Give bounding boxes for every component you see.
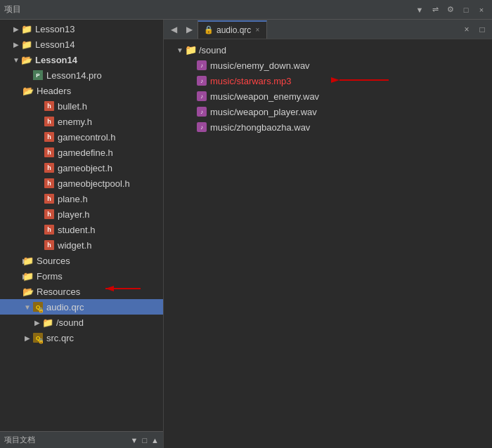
tree-item-widget-h[interactable]: h widget.h [0,237,163,253]
item-label: plane.h [58,194,88,204]
qrc-item-zhongbaozha[interactable]: ♪ music/zhongbaozha.wav [164,119,492,135]
item-label: Lesson14 [35,39,75,50]
tree-item-headers[interactable]: ▼ 📂 Headers [0,83,163,98]
qrc-icon: Q 🔒 [32,301,44,312]
h-icon: h [44,193,55,204]
item-label: music/weapon_enemy.wav [210,91,319,102]
qrc-item-weapon-player[interactable]: ♪ music/weapon_player.wav [164,104,492,119]
left-bottom-icon-3[interactable]: ▲ [151,436,159,444]
folder-icon: 📁 [21,23,32,34]
tree-item-audio-qrc[interactable]: ▼ Q 🔒 audio.qrc [0,299,163,315]
expand-arrow[interactable]: ▼ [11,56,21,64]
expand-arrow[interactable]: ▼ [11,87,22,95]
item-label: enemy.h [58,117,92,127]
item-label: Lesson14 [35,55,77,65]
annotation-arrow-starwars [332,70,396,90]
close-icon[interactable]: × [475,4,488,16]
right-panel-wrapper: ◀ ▶ 🔒 audio.qrc × × □ ▼ 📁 /sound [164,20,492,448]
item-label: gamecontrol.h [58,132,115,143]
tree-item-student-h[interactable]: h student.h [0,222,163,237]
tree-item-sources[interactable]: ▶ 📁 Sources [0,253,163,268]
top-bar-left: 项目 [4,4,21,15]
main-layout: ▶ 📁 Lesson13 ▶ 📁 Lesson14 ▼ 📂 Lesson14 [0,20,492,448]
tree-item-gamecontrol-h[interactable]: h gamecontrol.h [0,129,163,145]
h-icon: h [44,100,55,112]
left-bottom-icon-2[interactable]: □ [142,436,147,444]
expand-arrow[interactable]: ▶ [11,257,22,265]
tree-item-bullet-h[interactable]: h bullet.h [0,98,163,114]
tree-item-player-h[interactable]: h player.h [0,206,163,222]
tab-close-btn[interactable]: × [254,25,261,35]
audio-icon: ♪ [196,106,207,117]
item-label: Headers [37,86,71,96]
folder-icon: 📁 [22,270,34,282]
folder-icon: 📁 [22,255,34,266]
folder-open-icon: 📂 [22,85,34,96]
item-label: Resources [37,286,80,297]
tree-item-gamedefine-h[interactable]: h gamedefine.h [0,145,163,160]
item-label: music/weapon_player.wav [210,107,317,117]
tab-label: audio.qrc [216,25,251,35]
tree-item-gameobjectpool-h[interactable]: h gameobjectpool.h [0,176,163,191]
expand-arrow[interactable]: ▶ [32,319,42,327]
nav-forward-btn[interactable]: ▶ [182,22,196,37]
left-bottom-icon-1[interactable]: ▼ [131,436,138,444]
tree-item-lesson14-pro[interactable]: P Lesson14.pro [0,67,163,83]
qrc-item-starwars[interactable]: ♪ music/starwars.mp3 [164,73,492,88]
qrc-item-enemy-down[interactable]: ♪ music/enemy_down.wav [164,58,492,73]
audio-icon: ♪ [196,75,207,86]
link-icon[interactable]: ⇌ [429,4,441,16]
right-tab-bar: ◀ ▶ 🔒 audio.qrc × × □ [164,20,492,39]
h-icon: h [44,147,55,158]
collapse-icon[interactable]: □ [460,4,472,16]
left-bottom-icons: ▼ □ ▲ [131,436,159,444]
nav-back-btn[interactable]: ◀ [167,22,181,37]
item-label: Sources [37,256,70,266]
folder-icon: 📁 [21,39,32,50]
top-bar: 项目 ▼ ⇌ ⚙ □ × [0,0,492,20]
tree-item-lesson14-a[interactable]: ▶ 📁 Lesson14 [0,37,163,52]
expand-arrow[interactable]: ▶ [22,334,32,342]
tree-item-lesson13[interactable]: ▶ 📁 Lesson13 [0,21,163,37]
left-bottom-label: 项目文档 [4,435,35,445]
item-label: Lesson14.pro [46,70,102,81]
item-label: Lesson13 [35,24,75,34]
sound-folder-icon: 📁 [42,317,53,328]
tree-item-gameobject-h[interactable]: h gameobject.h [0,160,163,176]
expand-arrow[interactable]: ▶ [11,272,22,280]
item-label: src.qrc [46,333,74,343]
panel-expand-btn[interactable]: □ [475,22,489,37]
item-label: audio.qrc [46,302,84,312]
tab-qrc-icon: 🔒 [204,25,214,34]
audio-icon: ♪ [196,60,207,71]
tree-item-sound-subfolder[interactable]: ▶ 📁 /sound [0,315,163,330]
expand-arrow[interactable]: ▼ [11,288,22,296]
qrc-item-weapon-enemy[interactable]: ♪ music/weapon_enemy.wav [164,88,492,104]
left-bottom-bar: 项目文档 ▼ □ ▲ [0,431,163,448]
expand-arrow[interactable]: ▼ [175,46,185,54]
tree-item-src-qrc[interactable]: ▶ Q 🔒 src.qrc [0,330,163,345]
tree-item-enemy-h[interactable]: h enemy.h [0,114,163,129]
audio-icon: ♪ [196,91,207,102]
item-label: bullet.h [58,101,87,112]
expand-arrow[interactable]: ▼ [22,303,32,311]
qrc-item-sound-root[interactable]: ▼ 📁 /sound [164,42,492,58]
h-icon: h [44,224,55,235]
settings-icon[interactable]: ⚙ [444,4,457,16]
tree-item-resources[interactable]: ▼ 📂 Resources [0,284,163,299]
expand-arrow[interactable]: ▶ [11,41,21,48]
h-icon: h [44,178,55,189]
panel-close-btn[interactable]: × [460,22,474,37]
top-bar-title: 项目 [4,4,21,15]
tree-item-forms[interactable]: ▶ 📁 Forms [0,268,163,284]
expand-arrow[interactable]: ▶ [11,25,21,33]
folder-open-icon: 📂 [22,286,34,297]
tab-audio-qrc[interactable]: 🔒 audio.qrc × [198,20,267,39]
h-icon: h [44,116,55,127]
item-label: gameobject.h [58,163,112,173]
tree-area: ▶ 📁 Lesson13 ▶ 📁 Lesson14 ▼ 📂 Lesson14 [0,20,163,431]
tree-item-plane-h[interactable]: h plane.h [0,191,163,206]
tree-item-lesson14-main[interactable]: ▼ 📂 Lesson14 [0,52,163,67]
filter-icon[interactable]: ▼ [413,4,426,16]
h-icon: h [44,162,55,173]
